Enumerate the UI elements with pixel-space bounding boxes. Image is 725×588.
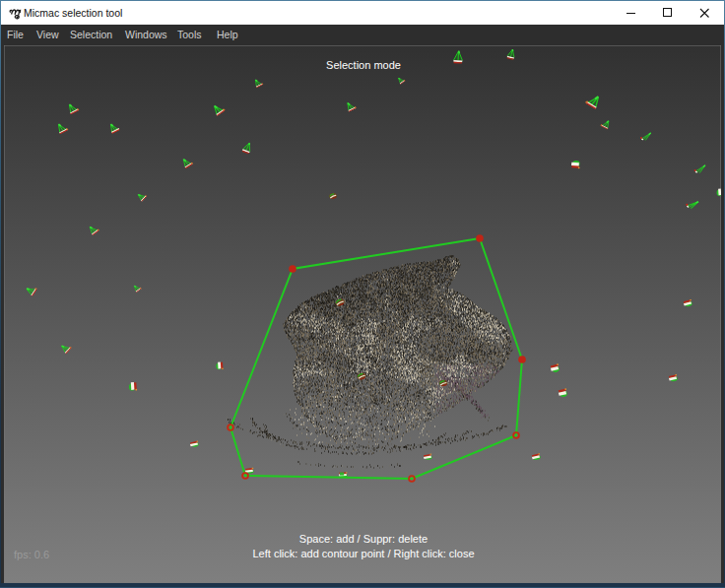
svg-text:Selection mode: Selection mode <box>326 59 401 71</box>
svg-text:Left click: add contour point: Left click: add contour point / Right cl… <box>253 548 475 559</box>
svg-text:fps: 0.6: fps: 0.6 <box>14 549 49 560</box>
svg-text:Space: add / Suppr: delete: Space: add / Suppr: delete <box>299 533 428 545</box>
